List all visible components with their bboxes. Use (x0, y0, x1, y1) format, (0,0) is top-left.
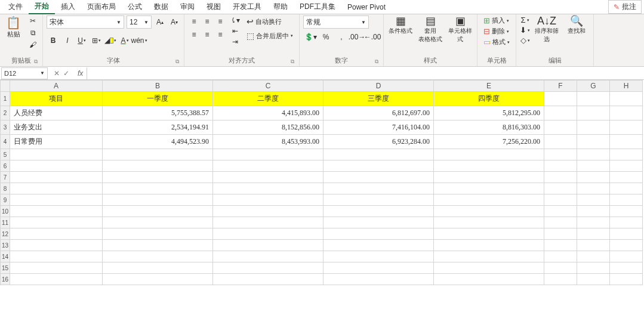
cell[interactable] (213, 251, 323, 262)
format-as-table-button[interactable]: ▤套用 表格格式 (417, 16, 443, 44)
increase-decimal-button[interactable]: .00→ (350, 31, 364, 43)
row-header-5[interactable]: 5 (1, 149, 10, 160)
cell[interactable] (610, 251, 643, 262)
cell[interactable] (544, 228, 577, 240)
tab-pdf[interactable]: PDF工具集 (294, 0, 341, 14)
cell[interactable] (213, 217, 323, 228)
font-dialog-launcher[interactable]: ⧉ (175, 58, 179, 65)
cell[interactable]: 8,453,993.00 (213, 135, 323, 149)
cell[interactable]: 二季度 (213, 92, 323, 106)
cell[interactable] (323, 228, 434, 240)
tab-formulas[interactable]: 公式 (122, 0, 148, 14)
col-header-c[interactable]: C (213, 81, 323, 92)
row-header-3[interactable]: 3 (1, 120, 10, 135)
row-header-12[interactable]: 12 (1, 228, 10, 240)
cell[interactable]: 8,816,303.00 (434, 120, 544, 135)
cell[interactable]: 日常费用 (10, 135, 103, 149)
cell[interactable]: 5,755,388.57 (103, 106, 213, 120)
cell[interactable] (434, 251, 544, 262)
col-header-e[interactable]: E (434, 81, 544, 92)
cell[interactable] (323, 160, 434, 172)
cell[interactable] (544, 217, 577, 228)
align-top-button[interactable]: ≡ (188, 16, 200, 27)
cell[interactable] (323, 262, 434, 274)
align-left-button[interactable]: ≡ (188, 29, 200, 41)
cell[interactable] (544, 262, 577, 274)
tab-developer[interactable]: 开发工具 (227, 0, 267, 14)
cell[interactable] (544, 274, 577, 285)
align-center-button[interactable]: ≡ (201, 29, 213, 41)
tab-file[interactable]: 文件 (2, 0, 29, 14)
cell[interactable] (577, 149, 610, 160)
cell[interactable] (103, 262, 213, 274)
cell[interactable] (544, 251, 577, 262)
align-right-button[interactable]: ≡ (214, 29, 226, 41)
cell[interactable] (544, 240, 577, 251)
tab-home[interactable]: 开始 (29, 0, 55, 14)
cell[interactable] (323, 274, 434, 285)
merge-center-button[interactable]: ⬚合并后居中▾ (244, 30, 295, 42)
cell[interactable] (434, 240, 544, 251)
cell[interactable] (544, 106, 577, 120)
cell[interactable] (577, 106, 610, 120)
conditional-format-button[interactable]: ▦条件格式 (387, 16, 414, 44)
copy-button[interactable]: ⧉ (27, 27, 39, 38)
col-header-a[interactable]: A (10, 81, 103, 92)
col-header-h[interactable]: H (610, 81, 643, 92)
cell[interactable] (213, 240, 323, 251)
cell[interactable] (213, 262, 323, 274)
cell[interactable] (610, 160, 643, 172)
row-header-10[interactable]: 10 (1, 206, 10, 217)
cell[interactable] (577, 135, 610, 149)
formula-input[interactable] (87, 67, 644, 79)
cell[interactable] (10, 194, 103, 206)
cell[interactable] (577, 206, 610, 217)
cell[interactable] (577, 240, 610, 251)
fill-color-button[interactable]: ◢▾ (104, 35, 117, 47)
cell[interactable] (103, 160, 213, 172)
wrap-text-button[interactable]: ↩自动换行 (244, 16, 295, 27)
cell[interactable] (213, 149, 323, 160)
sort-filter-button[interactable]: A↓Z排序和筛选 (534, 16, 560, 44)
cell[interactable] (434, 160, 544, 172)
row-header-9[interactable]: 9 (1, 194, 10, 206)
cell[interactable] (610, 120, 643, 135)
cell[interactable] (10, 206, 103, 217)
cell[interactable] (610, 240, 643, 251)
border-button[interactable]: ⊞▾ (90, 35, 103, 47)
cell[interactable] (213, 160, 323, 172)
cell[interactable] (610, 217, 643, 228)
row-header-6[interactable]: 6 (1, 160, 10, 172)
cell[interactable]: 一季度 (103, 92, 213, 106)
font-name-selector[interactable]: 宋体▼ (47, 16, 124, 29)
cell[interactable] (610, 172, 643, 183)
cell[interactable] (103, 172, 213, 183)
decrease-indent-button[interactable]: ⇤ (230, 26, 241, 36)
cell[interactable]: 2,534,194.91 (103, 120, 213, 135)
cell[interactable] (10, 251, 103, 262)
cell[interactable] (610, 183, 643, 194)
cell[interactable] (323, 172, 434, 183)
cell[interactable] (10, 240, 103, 251)
col-header-b[interactable]: B (103, 81, 213, 92)
row-header-16[interactable]: 16 (1, 274, 10, 285)
insert-cells-button[interactable]: ⊞插入▾ (481, 16, 512, 26)
cell[interactable] (213, 183, 323, 194)
cell[interactable] (10, 149, 103, 160)
cell[interactable] (103, 217, 213, 228)
cell[interactable] (544, 183, 577, 194)
tab-data[interactable]: 数据 (148, 0, 174, 14)
cell[interactable] (434, 149, 544, 160)
cell[interactable]: 人员经费 (10, 106, 103, 120)
decrease-font-button[interactable]: A▾ (168, 16, 180, 29)
row-header-8[interactable]: 8 (1, 183, 10, 194)
cell[interactable] (577, 120, 610, 135)
cancel-formula-button[interactable]: ✕ (54, 69, 60, 78)
comma-format-button[interactable]: , (334, 31, 349, 43)
tab-pagelayout[interactable]: 页面布局 (81, 0, 122, 14)
cell[interactable]: 7,416,104.00 (323, 120, 434, 135)
accounting-format-button[interactable]: 💲▾ (303, 31, 318, 43)
row-header-4[interactable]: 4 (1, 135, 10, 149)
cell[interactable] (544, 172, 577, 183)
cell[interactable] (213, 228, 323, 240)
